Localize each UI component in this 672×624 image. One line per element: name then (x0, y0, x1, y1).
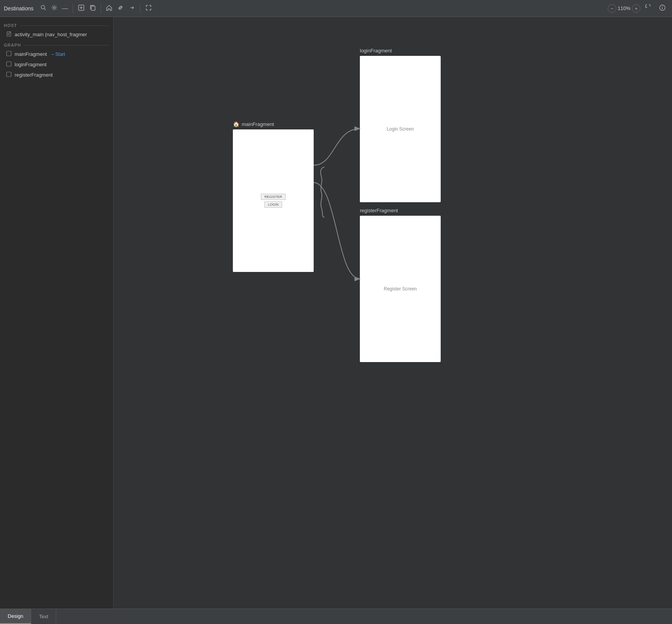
link-icon (117, 4, 124, 11)
register-screen-text: Register Screen (384, 286, 417, 292)
register-fragment-screen: Register Screen (360, 216, 441, 362)
main-fragment-inner: REGISTER LOGIN (233, 129, 314, 272)
start-label: – Start (52, 52, 65, 57)
home-icon (106, 5, 112, 11)
toolbar-right: − 110% + (608, 3, 668, 14)
minimize-button[interactable]: — (60, 3, 70, 13)
svg-line-1 (44, 8, 46, 10)
new-destination-icon (78, 4, 85, 11)
login-screen-text: Login Screen (387, 126, 414, 132)
svg-point-0 (41, 5, 45, 9)
separator-1 (73, 4, 73, 13)
sidebar-item-mainfragment[interactable]: mainFragment – Start (0, 49, 113, 59)
zoom-out-button[interactable]: − (608, 4, 616, 13)
svg-rect-6 (91, 6, 95, 10)
arrow-right-button[interactable] (126, 3, 138, 14)
svg-point-12 (9, 32, 10, 33)
search-icon (40, 5, 47, 11)
canvas[interactable]: 🏠 mainFragment REGISTER LOGIN loginFragm… (114, 17, 672, 609)
bottom-bar: Design Text (0, 609, 672, 624)
arrow-right-icon (129, 4, 135, 11)
toolbar-title: Destinations (4, 5, 33, 12)
sidebar-item-registerfragment[interactable]: registerFragment (0, 70, 113, 80)
home-icon-main: 🏠 (233, 121, 239, 127)
registerfragment-label: registerFragment (15, 72, 53, 78)
link-button[interactable] (115, 3, 126, 14)
zoom-in-button[interactable]: + (632, 4, 640, 13)
fit-screen-button[interactable] (143, 3, 154, 14)
separator-2 (101, 4, 101, 13)
login-fragment-screen: Login Screen (360, 56, 441, 202)
copy-icon (89, 4, 96, 11)
new-destination-button[interactable] (75, 3, 87, 14)
svg-rect-15 (7, 72, 11, 77)
fit-screen-icon (145, 4, 152, 11)
svg-point-10 (662, 6, 663, 7)
sync-icon (645, 4, 652, 11)
host-item-label: activity_main (nav_host_fragmer (15, 32, 87, 37)
register-fragment-label: registerFragment (360, 208, 398, 213)
host-section-label: HOST (0, 20, 113, 29)
minus-icon: — (62, 5, 68, 12)
main-fragment-screen: REGISTER LOGIN (233, 129, 314, 272)
sidebar-item-loginfragment[interactable]: loginFragment (0, 59, 113, 70)
svg-rect-13 (7, 51, 11, 56)
main-fragment-node[interactable]: 🏠 mainFragment REGISTER LOGIN (233, 121, 314, 272)
tab-design[interactable]: Design (0, 609, 31, 624)
fragment-icon-main (6, 51, 12, 57)
fragment-icon-login (6, 61, 12, 68)
svg-rect-14 (7, 62, 11, 66)
settings-button[interactable] (49, 3, 60, 14)
fragment-icon-register (6, 72, 12, 78)
sync-button[interactable] (643, 3, 654, 14)
search-button[interactable] (38, 3, 49, 14)
copy-button[interactable] (87, 3, 99, 14)
login-fragment-node[interactable]: loginFragment Login Screen (360, 48, 441, 202)
loginfragment-label: loginFragment (15, 62, 47, 67)
host-file-icon (6, 31, 12, 38)
login-fragment-label: loginFragment (360, 48, 392, 54)
svg-line-7 (147, 6, 150, 10)
register-fragment-node[interactable]: registerFragment Register Screen (360, 208, 441, 362)
register-button-preview[interactable]: REGISTER (261, 194, 286, 200)
info-button[interactable] (657, 3, 668, 14)
login-button-preview[interactable]: LOGIN (264, 201, 282, 208)
home-button[interactable] (104, 3, 115, 14)
sidebar: HOST activity_main (nav_host_fragmer GRA… (0, 17, 114, 609)
main-fragment-label: 🏠 mainFragment (233, 121, 274, 127)
toolbar: Destinations — (0, 0, 672, 17)
zoom-level: 110% (618, 5, 630, 11)
info-icon (659, 4, 666, 11)
gear-icon (51, 5, 57, 11)
svg-point-2 (53, 7, 55, 8)
separator-3 (140, 4, 140, 13)
tab-text[interactable]: Text (31, 609, 56, 624)
mainfragment-label: mainFragment (15, 51, 47, 57)
sidebar-item-host[interactable]: activity_main (nav_host_fragmer (0, 29, 113, 40)
zoom-control: − 110% + (608, 4, 640, 13)
main-layout: HOST activity_main (nav_host_fragmer GRA… (0, 17, 672, 609)
graph-section-label: GRAPH (0, 40, 113, 49)
